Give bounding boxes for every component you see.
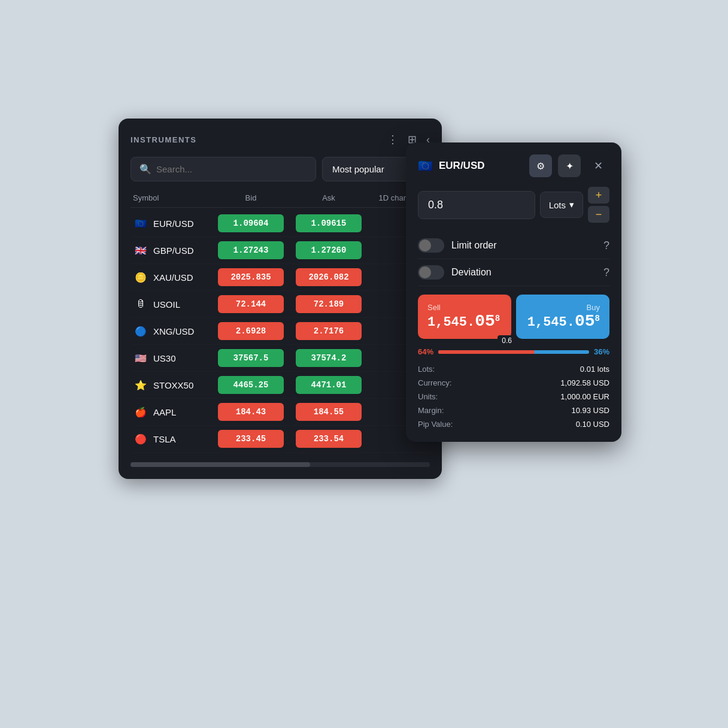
ask-badge: 184.55 xyxy=(296,403,362,421)
instrument-row[interactable]: 🛢 USOIL 72.144 72.189 xyxy=(131,291,430,318)
flag-icon: 🛢 xyxy=(133,296,148,312)
deviation-toggle[interactable] xyxy=(418,265,444,280)
buy-label: Buy xyxy=(526,303,600,312)
search-box[interactable]: 🔍 xyxy=(131,157,316,181)
instrument-row[interactable]: 🔵 XNG/USD 2.6928 2.7176 xyxy=(131,318,430,345)
bid-cell: 1.09604 xyxy=(212,214,290,232)
spread-bar-row: 64% 36% xyxy=(418,347,609,356)
margin-info-value: 10.93 USD xyxy=(514,405,609,416)
spread-buy-pct: 36% xyxy=(594,347,609,356)
amount-row: 0.8 Lots ▾ + − xyxy=(418,187,609,223)
toggle-knob-2 xyxy=(419,266,431,278)
instrument-name: 🇪🇺 EUR/USD xyxy=(133,216,212,231)
limit-order-toggle[interactable] xyxy=(418,238,444,253)
bid-cell: 184.43 xyxy=(212,403,290,421)
trade-panel: 🇪🇺 EUR/USD ⚙ ✦ ✕ 0.8 Lots ▾ + xyxy=(406,142,621,442)
plus-btn[interactable]: + xyxy=(588,187,609,204)
bid-badge: 2025.835 xyxy=(218,268,284,286)
instruments-panel: INSTRUMENTS ⋮ ⊞ ‹ 🔍 Most popular ▾ Symbo… xyxy=(119,119,442,479)
ask-badge: 1.09615 xyxy=(296,214,362,232)
instrument-name: ⭐ STOXX50 xyxy=(133,377,212,393)
instrument-symbol: XAU/USD xyxy=(153,272,193,283)
filter-btn[interactable]: ⚙ xyxy=(529,154,552,177)
instrument-symbol: XNG/USD xyxy=(153,326,194,336)
col-bid: Bid xyxy=(212,193,290,202)
scrollbar-area[interactable] xyxy=(131,462,430,467)
ask-cell: 1.09615 xyxy=(290,214,368,232)
units-info-value: 1,000.00 EUR xyxy=(514,391,609,402)
instrument-row[interactable]: 🪙 XAU/USD 2025.835 2026.082 xyxy=(131,264,430,291)
instrument-symbol: STOXX50 xyxy=(153,380,193,390)
bid-badge: 72.144 xyxy=(218,295,284,313)
currency-info-value: 1,092.58 USD xyxy=(514,377,609,389)
instrument-row[interactable]: 🇪🇺 EUR/USD 1.09604 1.09615 xyxy=(131,210,430,237)
instrument-name: 🍎 AAPL xyxy=(133,404,212,420)
flag-icon: 🔴 xyxy=(133,431,148,447)
sell-price: 1,545.058 xyxy=(427,312,502,330)
bid-badge: 233.45 xyxy=(218,430,284,448)
bid-badge: 1.09604 xyxy=(218,214,284,232)
limit-order-help-icon[interactable]: ? xyxy=(603,239,609,252)
table-header: Symbol Bid Ask 1D change xyxy=(131,193,430,208)
ask-badge: 72.189 xyxy=(296,295,362,313)
ask-cell: 4471.01 xyxy=(290,376,368,394)
ask-cell: 2026.082 xyxy=(290,268,368,286)
lots-selector[interactable]: Lots ▾ xyxy=(540,192,583,218)
deviation-help-icon[interactable]: ? xyxy=(603,266,609,279)
close-btn[interactable]: ✕ xyxy=(587,154,609,177)
instruments-list: 🇪🇺 EUR/USD 1.09604 1.09615 🇬🇧 GBP/USD 1.… xyxy=(131,210,430,453)
toggle-knob xyxy=(419,239,431,251)
limit-order-row: Limit order ? xyxy=(418,232,609,259)
more-vert-icon[interactable]: ⋮ xyxy=(387,133,398,146)
price-tooltip: 0.6 xyxy=(498,335,516,346)
bid-cell: 2025.835 xyxy=(212,268,290,286)
bid-cell: 2.6928 xyxy=(212,322,290,340)
sell-label: Sell xyxy=(427,303,502,312)
flag-icon: 🪙 xyxy=(133,269,148,285)
pip-info-value: 0.10 USD xyxy=(514,418,609,430)
close-icon: ✕ xyxy=(594,159,603,172)
sparkle-icon: ✦ xyxy=(566,160,574,172)
ask-badge: 4471.01 xyxy=(296,376,362,394)
search-input[interactable] xyxy=(156,164,307,174)
ask-badge: 37574.2 xyxy=(296,349,362,367)
filter-label: Most popular xyxy=(332,164,411,174)
ask-cell: 37574.2 xyxy=(290,349,368,367)
instrument-name: 🛢 USOIL xyxy=(133,296,212,312)
flag-icon: 🔵 xyxy=(133,323,148,339)
scrollbar-thumb xyxy=(131,462,310,467)
minus-btn[interactable]: − xyxy=(588,206,609,223)
instrument-row[interactable]: 🍎 AAPL 184.43 184.55 xyxy=(131,399,430,426)
buy-button[interactable]: Buy 1,545.058 xyxy=(516,295,609,339)
instrument-symbol: US30 xyxy=(153,353,176,363)
units-info-label: Units: xyxy=(418,391,514,402)
deviation-row: Deviation ? xyxy=(418,259,609,286)
flag-icon: 🇺🇸 xyxy=(133,350,148,366)
sell-button[interactable]: Sell 1,545.058 0.6 xyxy=(418,295,511,339)
sparkle-btn[interactable]: ✦ xyxy=(558,154,581,177)
info-grid: Lots: 0.01 lots Currency: 1,092.58 USD U… xyxy=(418,363,609,430)
col-ask: Ask xyxy=(290,193,368,202)
instrument-row[interactable]: 🇬🇧 GBP/USD 1.27243 1.27260 xyxy=(131,237,430,264)
ask-badge: 233.54 xyxy=(296,430,362,448)
ask-cell: 233.54 xyxy=(290,430,368,448)
ask-cell: 2.7176 xyxy=(290,322,368,340)
instrument-row[interactable]: ⭐ STOXX50 4465.25 4471.01 xyxy=(131,372,430,399)
instrument-row[interactable]: 🔴 TSLA 233.45 233.54 xyxy=(131,426,430,453)
pip-info-label: Pip Value: xyxy=(418,418,514,430)
instrument-name: 🔴 TSLA xyxy=(133,431,212,447)
instrument-row[interactable]: 🇺🇸 US30 37567.5 37574.2 xyxy=(131,345,430,372)
amount-input[interactable]: 0.8 xyxy=(418,191,535,219)
ask-cell: 1.27260 xyxy=(290,241,368,259)
instrument-symbol: TSLA xyxy=(153,434,176,444)
spread-bar xyxy=(438,350,589,354)
instrument-symbol: AAPL xyxy=(153,407,176,417)
search-filter-row: 🔍 Most popular ▾ xyxy=(131,157,430,181)
ask-badge: 2026.082 xyxy=(296,268,362,286)
instrument-symbol: EUR/USD xyxy=(153,219,194,229)
bid-badge: 2.6928 xyxy=(218,322,284,340)
lots-info-label: Lots: xyxy=(418,363,514,375)
plus-minus-col: + − xyxy=(588,187,609,223)
bid-cell: 4465.25 xyxy=(212,376,290,394)
flag-icon: 🍎 xyxy=(133,404,148,420)
